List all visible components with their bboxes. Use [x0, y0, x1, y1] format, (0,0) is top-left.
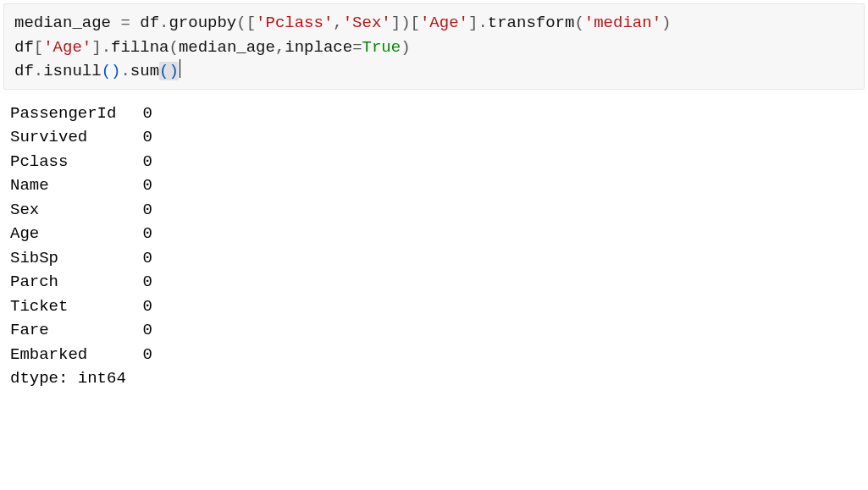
output-label: Sex	[10, 198, 135, 223]
output-value: 0	[135, 270, 152, 295]
code-token: groupby	[169, 14, 236, 32]
code-token: transform	[488, 14, 575, 32]
output-row: PassengerId0	[10, 102, 858, 126]
code-token-string: 'Age'	[420, 14, 468, 32]
code-token: (	[574, 14, 583, 32]
code-token: [	[246, 14, 256, 32]
output-value: 0	[135, 318, 152, 343]
output-value: 0	[135, 343, 152, 367]
code-cell[interactable]: median_age = df.groupby(['Pclass','Sex']…	[3, 3, 865, 90]
code-token: inplace	[285, 38, 352, 57]
output-label: Pclass	[10, 150, 135, 174]
code-token: )	[111, 62, 120, 80]
text-cursor	[180, 59, 180, 78]
code-line-3[interactable]: df.isnull().sum()	[14, 59, 854, 84]
code-line-1[interactable]: median_age = df.groupby(['Pclass','Sex']…	[14, 11, 854, 36]
output-row: Parch0	[10, 270, 858, 295]
output-label: Embarked	[10, 343, 135, 367]
code-token: )	[401, 14, 410, 32]
output-label: Ticket	[10, 295, 135, 319]
output-value: 0	[135, 150, 152, 174]
code-token-keyword: True	[362, 38, 401, 57]
output-value: 0	[135, 246, 152, 271]
output-row: Embarked0	[10, 343, 858, 367]
code-token: df	[140, 14, 159, 32]
output-value: 0	[135, 198, 152, 223]
output-label: Parch	[10, 270, 135, 295]
output-label: SibSp	[10, 246, 135, 271]
code-token: [	[34, 38, 43, 57]
code-token: fillna	[111, 38, 169, 57]
output-row: Survived0	[10, 125, 858, 150]
code-token: )	[661, 14, 671, 32]
output-label: Age	[10, 222, 135, 246]
code-token: median_age	[179, 38, 275, 57]
code-token: (	[236, 14, 246, 32]
code-token: .	[34, 62, 43, 80]
code-token: ]	[391, 14, 401, 32]
code-token: sum	[130, 62, 159, 80]
output-value: 0	[135, 125, 152, 150]
output-area: PassengerId0Survived0Pclass0Name0Sex0Age…	[0, 90, 868, 391]
code-token-string: 'median'	[584, 14, 661, 32]
output-label: Fare	[10, 318, 135, 343]
code-token: df	[14, 38, 34, 57]
output-value: 0	[135, 173, 152, 198]
code-token: ,	[333, 14, 342, 32]
code-token: [	[411, 14, 420, 32]
output-row: Pclass0	[10, 150, 858, 174]
output-label: Survived	[10, 125, 135, 150]
output-dtype: dtype: int64	[10, 366, 858, 391]
code-token: isnull	[43, 62, 101, 80]
code-token: )	[401, 38, 410, 57]
code-token: )	[169, 62, 178, 80]
code-token: ]	[468, 14, 478, 32]
code-token: .	[478, 14, 487, 32]
output-row: SibSp0	[10, 246, 858, 271]
output-row: Fare0	[10, 318, 858, 343]
code-line-2[interactable]: df['Age'].fillna(median_age,inplace=True…	[14, 36, 854, 60]
output-label: PassengerId	[10, 102, 135, 126]
output-row: Age0	[10, 222, 858, 246]
code-token: =	[120, 14, 140, 32]
output-value: 0	[135, 295, 152, 319]
output-row: Ticket0	[10, 295, 858, 319]
code-token: .	[102, 38, 111, 57]
code-token: ,	[275, 38, 285, 57]
code-token: =	[352, 38, 362, 57]
code-token: df	[14, 62, 34, 80]
output-value: 0	[135, 102, 152, 126]
output-row: Sex0	[10, 198, 858, 223]
code-token: (	[169, 38, 178, 57]
code-token: .	[120, 62, 130, 80]
code-token: (	[159, 62, 169, 80]
output-label: Name	[10, 173, 135, 198]
output-row: Name0	[10, 173, 858, 198]
code-token-string: 'Sex'	[343, 14, 391, 32]
code-token-string: 'Age'	[43, 38, 91, 57]
code-token: (	[102, 62, 111, 80]
output-value: 0	[135, 222, 152, 246]
code-token: median_age	[14, 14, 120, 32]
code-token: ]	[91, 38, 101, 57]
code-token: .	[159, 14, 169, 32]
code-token-string: 'Pclass'	[256, 14, 333, 32]
